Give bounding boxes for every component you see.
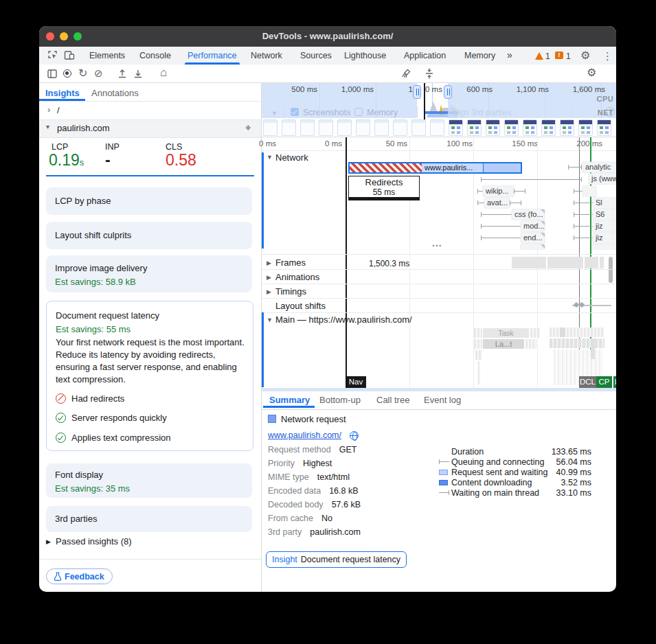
expand-triangle-icon[interactable]: ▶ — [46, 538, 51, 545]
insight-card-layout-shift-culprits[interactable]: Layout shift culprits — [46, 222, 252, 249]
garbage-collect-icon[interactable] — [401, 69, 411, 78]
tab-application[interactable]: Application — [404, 51, 446, 60]
filmstrip-thumb[interactable] — [430, 119, 444, 136]
network-request-label[interactable]: end... — [521, 233, 545, 243]
filmstrip-thumb[interactable] — [374, 119, 389, 136]
selection-handle-right[interactable] — [444, 85, 452, 99]
tab-network[interactable]: Network — [251, 51, 282, 60]
tab-summary[interactable]: Summary — [269, 395, 310, 405]
record-icon[interactable] — [63, 69, 71, 78]
filmstrip-thumb[interactable] — [578, 119, 593, 136]
filmstrip-thumb[interactable] — [467, 119, 482, 136]
network-request-label[interactable]: mod... — [521, 221, 545, 231]
toggle-sidebar-icon[interactable] — [47, 69, 57, 78]
filmstrip-thumb[interactable] — [319, 119, 333, 136]
network-request-label[interactable]: js (www — [589, 174, 616, 184]
filmstrip-thumb[interactable] — [541, 119, 556, 136]
selection-handle-left[interactable] — [413, 85, 421, 99]
animations-track-label[interactable]: Animations — [275, 272, 319, 282]
horizontal-scrollbar-track[interactable] — [262, 388, 616, 391]
network-request-label[interactable]: jiz — [593, 221, 616, 231]
request-link[interactable]: www.paulirish.com/ — [268, 430, 341, 440]
expand-triangle-icon[interactable]: ▶ — [267, 288, 271, 295]
tab-sources[interactable]: Sources — [300, 51, 332, 60]
more-tabs-icon[interactable]: » — [507, 49, 512, 60]
warning-count[interactable]: 1 — [545, 51, 550, 61]
tab-call-tree[interactable]: Call tree — [376, 395, 409, 405]
upload-profile-icon[interactable] — [117, 69, 127, 78]
focus-crosshair-icon[interactable]: ⌖ — [245, 122, 251, 134]
network-request-label[interactable]: css (fo... — [512, 209, 545, 220]
tab-elements[interactable]: Elements — [89, 51, 125, 60]
filmstrip-thumb[interactable] — [263, 119, 278, 136]
collapse-triangle-icon[interactable]: ▼ — [267, 154, 273, 161]
more-rows-ellipsis[interactable]: ... — [432, 238, 442, 249]
device-toolbar-icon[interactable] — [64, 50, 75, 60]
fit-window-icon[interactable] — [425, 68, 434, 79]
tab-performance[interactable]: Performance — [188, 51, 237, 60]
filmstrip-thumb[interactable] — [356, 119, 370, 136]
insight-card-font-display[interactable]: Font display Est savings: 35 ms — [46, 463, 252, 498]
filmstrip-thumb[interactable] — [560, 119, 574, 136]
layout-shift-diamond[interactable] — [579, 302, 585, 308]
settings-gear-icon[interactable]: ⚙ — [580, 50, 590, 60]
tab-insights[interactable]: Insights — [45, 88, 80, 98]
inspect-icon[interactable] — [47, 50, 58, 60]
network-request-label[interactable]: wikip... — [483, 186, 514, 196]
frames-track-label[interactable]: Frames — [275, 257, 306, 268]
breadcrumb[interactable]: › / — [39, 102, 261, 119]
site-row[interactable]: ▾ paulirish.com ⌖ — [39, 120, 261, 137]
network-request-label[interactable]: avat... — [484, 198, 510, 208]
issue-count[interactable]: 1 — [566, 51, 571, 61]
insight-card-improve-image-delivery[interactable]: Improve image delivery Est savings: 58.9… — [46, 255, 252, 292]
task-block[interactable]: Task — [483, 328, 529, 338]
passed-insights[interactable]: Passed insights (8) — [56, 536, 132, 547]
tab-console[interactable]: Console — [139, 51, 171, 60]
frame-bar[interactable] — [600, 257, 604, 268]
issues-icon[interactable]: ! — [555, 51, 563, 59]
timings-track-label[interactable]: Timings — [275, 286, 306, 297]
tab-annotations[interactable]: Annotations — [91, 88, 139, 98]
tab-lighthouse[interactable]: Lighthouse — [344, 51, 386, 60]
kebab-menu-icon[interactable]: ⋮ — [602, 51, 613, 61]
filmstrip-thumb[interactable] — [300, 119, 315, 136]
frame-bar[interactable] — [585, 257, 598, 268]
home-icon[interactable]: ⌂ — [160, 67, 167, 78]
capture-settings-gear-icon[interactable]: ⚙ — [587, 67, 596, 78]
title-bar[interactable]: DevTools - www.paulirish.com/ — [39, 26, 616, 47]
warning-icon[interactable] — [535, 52, 543, 60]
tab-bottom-up[interactable]: Bottom-up — [319, 395, 361, 405]
expand-triangle-icon[interactable]: ▶ — [267, 274, 271, 281]
feedback-button[interactable]: Feedback — [46, 568, 113, 584]
filmstrip-thumb[interactable] — [411, 119, 426, 136]
expand-triangle-icon[interactable]: ▶ — [267, 260, 271, 266]
network-request-label[interactable]: Sl — [593, 198, 616, 208]
clear-icon[interactable]: ⊘ — [94, 68, 103, 78]
filmstrip-thumb[interactable] — [449, 119, 463, 136]
insight-card-lcp-by-phase[interactable]: LCP by phase — [46, 187, 252, 215]
filmstrip-thumb[interactable] — [337, 119, 352, 136]
filmstrip-thumb[interactable] — [597, 119, 611, 136]
main-track-label[interactable]: Main — https://www.paulirish.com/ — [275, 314, 412, 325]
filmstrip-thumb[interactable] — [393, 119, 407, 136]
filmstrip-thumb[interactable] — [523, 119, 537, 136]
main-request-bar[interactable]: www.pauliris... — [348, 162, 522, 174]
filmstrip-thumb[interactable] — [504, 119, 519, 136]
tab-event-log[interactable]: Event log — [424, 395, 461, 405]
filmstrip-thumb[interactable] — [282, 119, 296, 136]
network-request-label[interactable]: S6 — [593, 209, 616, 220]
network-request-label[interactable]: jiz — [593, 233, 616, 243]
vertical-scrollbar[interactable] — [609, 257, 613, 283]
layout-shifts-track-label[interactable]: Layout shifts — [275, 301, 326, 311]
insight-card-document-request-latency[interactable]: Document request latency Est savings: 55… — [46, 301, 253, 451]
layout-block[interactable]: La...t — [483, 339, 524, 349]
download-profile-icon[interactable] — [133, 69, 143, 78]
insight-chip[interactable]: Insight Document request latency — [266, 551, 407, 568]
collapse-triangle-icon[interactable]: ▼ — [267, 317, 273, 323]
insight-card-3rd-parties[interactable]: 3rd parties — [46, 506, 252, 532]
tab-memory[interactable]: Memory — [464, 51, 495, 60]
network-track-label[interactable]: Network — [275, 152, 308, 163]
reload-record-icon[interactable]: ↻ — [78, 68, 87, 78]
frame-bar[interactable] — [512, 257, 546, 268]
network-request-label[interactable]: analytic — [583, 162, 616, 172]
